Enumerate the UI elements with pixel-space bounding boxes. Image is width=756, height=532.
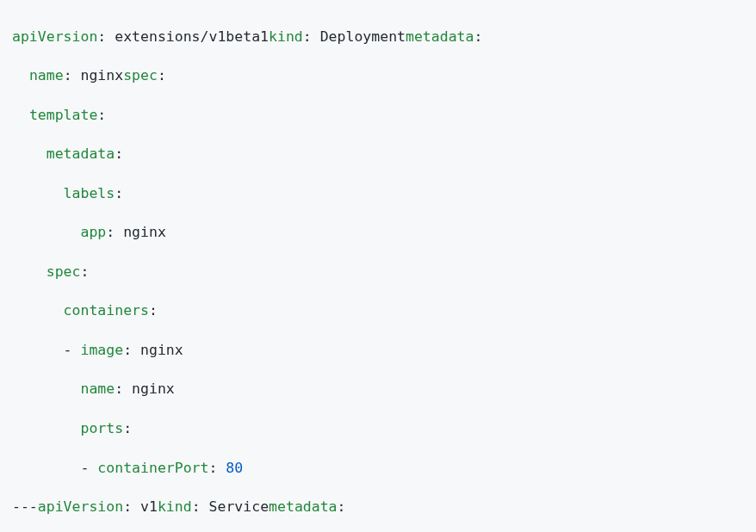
code-token: containers [64, 302, 149, 319]
code-token: : [158, 67, 166, 84]
code-token: : [106, 224, 115, 240]
code-token: : [81, 263, 90, 280]
code-token: v1 [140, 498, 158, 515]
code-token: nginx [140, 342, 183, 358]
code-token [12, 185, 64, 201]
code-token: : [192, 498, 201, 515]
code-token: name [80, 380, 115, 397]
yaml-code: apiVersion: extensions/v1beta1kind: Depl… [12, 28, 482, 533]
code-token [106, 28, 115, 45]
code-token: image [80, 342, 123, 358]
yaml-code-block: apiVersion: extensions/v1beta1kind: Depl… [0, 15, 756, 533]
code-token: : [115, 185, 123, 201]
code-token: metadata [46, 145, 115, 162]
code-token: nginx [81, 67, 124, 84]
code-token [72, 67, 81, 84]
code-token [132, 498, 140, 515]
code-token: apiVersion [38, 498, 123, 515]
code-token: --- [12, 498, 38, 515]
code-token [312, 28, 320, 45]
code-token: : [115, 380, 123, 397]
code-token: : [97, 107, 106, 123]
code-token: : [338, 498, 346, 515]
code-token [217, 460, 226, 476]
code-token: kind [158, 498, 192, 515]
code-token: Service [209, 498, 270, 515]
code-token [115, 224, 123, 240]
code-token: kind [269, 28, 303, 45]
code-token: : [123, 342, 132, 358]
code-token: : [64, 67, 72, 84]
code-token [123, 380, 132, 397]
code-token: nginx [132, 380, 175, 397]
code-token [12, 107, 29, 123]
code-token [12, 263, 46, 280]
code-token: containerPort [97, 460, 208, 476]
code-token: Deployment [320, 28, 406, 45]
code-token: spec [46, 263, 81, 280]
code-token [12, 145, 46, 162]
code-token: app [80, 224, 106, 240]
code-token [201, 498, 209, 515]
code-token: - [12, 460, 97, 476]
code-token: : [123, 498, 132, 515]
code-token [12, 420, 80, 436]
code-token: apiVersion [12, 28, 97, 45]
code-token: template [29, 107, 97, 123]
code-token: : [115, 145, 123, 162]
code-token: spec [123, 67, 158, 84]
code-token: ports [80, 420, 123, 436]
code-token: metadata [406, 28, 474, 45]
code-token: name [29, 67, 64, 84]
code-token: : [208, 460, 217, 476]
code-token: extensions/v1beta1 [115, 28, 269, 45]
code-token: : [474, 28, 482, 45]
code-token: : [97, 28, 106, 45]
code-token [12, 224, 80, 240]
code-token: nginx [123, 224, 166, 240]
code-token [132, 342, 140, 358]
code-token: : [149, 302, 158, 319]
code-token: : [303, 28, 312, 45]
code-token [12, 67, 29, 84]
code-token [12, 302, 64, 319]
code-token: : [123, 420, 132, 436]
code-token [12, 380, 80, 397]
code-token: - [12, 342, 80, 358]
code-token: metadata [269, 498, 337, 515]
code-token: 80 [226, 460, 243, 476]
code-token: labels [64, 185, 115, 201]
